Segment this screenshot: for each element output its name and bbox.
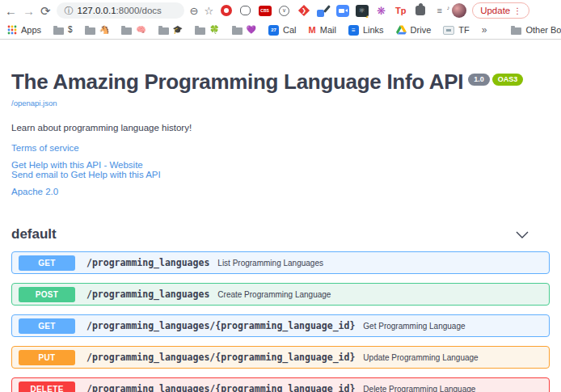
zoom-camera-extension-icon[interactable] <box>335 4 349 18</box>
apps-grid-icon <box>7 25 17 35</box>
op-summary: Delete Programming Language <box>363 385 475 392</box>
opera-extension-icon[interactable] <box>219 4 233 18</box>
chat-extension-icon[interactable] <box>238 4 252 18</box>
url-text[interactable]: 127.0.0.1:8000/docs <box>78 6 162 15</box>
bookmark-folder-green[interactable]: 🍀 <box>195 26 219 35</box>
bookmark-apps[interactable]: Apps <box>7 25 41 35</box>
method-badge: PUT <box>19 350 75 365</box>
method-badge: DELETE <box>19 381 75 392</box>
reload-icon[interactable]: ⟳ <box>40 5 51 17</box>
folder-icon <box>158 27 169 35</box>
bookmark-folder-grad[interactable]: 🎓 <box>158 26 183 35</box>
tp-extension-icon[interactable]: Tp <box>394 4 407 18</box>
op-post-programming-languages[interactable]: POST /programming_languages Create Progr… <box>11 283 550 306</box>
media-controls-icon[interactable]: ≡♪ <box>432 4 446 18</box>
method-badge: GET <box>19 255 75 271</box>
page-title: The Amazing Programming Language Info AP… <box>11 70 463 94</box>
email-help-link[interactable]: Send email to Get Help with this API <box>11 170 550 179</box>
browser-menu-icon: ⋮ <box>513 6 521 15</box>
chrome-update-button[interactable]: Update⋮ <box>472 2 529 19</box>
op-path: /programming_languages/{programming_lang… <box>86 320 355 331</box>
op-path: /programming_languages <box>86 289 209 300</box>
forward-icon[interactable]: → <box>23 5 35 17</box>
op-summary: Create Programming Language <box>217 290 331 299</box>
bookmark-folder-money[interactable]: $ <box>53 26 73 35</box>
bookmarks-bar: Apps $ 🐴 🧠 🎓 🍀 💜 27Cal MMail ≡Links Driv… <box>0 21 561 40</box>
site-info-icon[interactable]: ⓘ <box>65 5 74 17</box>
bookmark-folder-horse[interactable]: 🐴 <box>85 26 109 35</box>
bookmarks-overflow-chevron[interactable]: » <box>482 24 487 36</box>
bookmark-label: Apps <box>21 25 41 35</box>
folder-icon <box>511 27 521 35</box>
links-icon: ≡ <box>348 25 359 36</box>
marker-extension-icon[interactable] <box>316 4 330 18</box>
website-help-link[interactable]: Get Help with this API - Website <box>11 160 550 170</box>
op-summary: Get Programming Language <box>363 322 465 331</box>
license-link[interactable]: Apache 2.0 <box>11 187 550 196</box>
method-badge: GET <box>19 318 75 334</box>
bookmark-mail[interactable]: MMail <box>309 25 336 35</box>
folder-icon <box>121 27 132 35</box>
diamond-arrow-extension-icon[interactable]: ❯ <box>297 4 310 18</box>
op-put-programming-language[interactable]: PUT /programming_languages/{programming_… <box>11 346 550 369</box>
other-bookmarks[interactable]: Other Bookmarks <box>511 25 561 35</box>
flower-extension-icon[interactable]: ❋ <box>374 4 388 18</box>
info-links: Terms of service Get Help with this API … <box>11 143 550 196</box>
bookmark-star-icon[interactable]: ☆ <box>204 5 213 17</box>
openapi-json-link[interactable]: /openapi.json <box>11 99 57 107</box>
op-summary: Update Programming Language <box>363 353 478 362</box>
pocket-extension-icon[interactable]: ∨ <box>277 4 291 18</box>
folder-icon <box>53 27 64 35</box>
zoom-out-icon[interactable]: ⊖ <box>190 5 199 17</box>
method-badge: POST <box>19 287 75 302</box>
api-description: Learn about programming language history… <box>11 123 550 133</box>
op-summary: List Programming Languages <box>217 259 323 268</box>
api-title-row: The Amazing Programming Language Info AP… <box>11 70 550 95</box>
op-path: /programming_languages <box>86 257 209 268</box>
swagger-docs-page: The Amazing Programming Language Info AP… <box>0 40 561 392</box>
bookmark-folder-heart[interactable]: 💜 <box>232 26 256 35</box>
folder-icon <box>85 27 95 35</box>
calendar-icon: 27 <box>268 25 279 36</box>
science-extension-icon[interactable]: ⚛ <box>355 4 369 18</box>
bookmark-cal[interactable]: 27Cal <box>268 25 297 36</box>
terms-of-service-link[interactable]: Terms of service <box>11 143 550 153</box>
folder-icon <box>195 27 205 35</box>
section-title: default <box>11 226 57 242</box>
gmail-icon: M <box>309 25 316 35</box>
puzzle-extensions-icon[interactable] <box>413 4 427 18</box>
op-get-programming-languages[interactable]: GET /programming_languages List Programm… <box>11 251 550 274</box>
cbs-extension-icon[interactable]: CBS <box>258 4 272 18</box>
drive-icon <box>396 25 407 35</box>
oas3-badge: OAS3 <box>492 74 524 86</box>
bookmark-folder-brain[interactable]: 🧠 <box>121 26 146 35</box>
back-icon[interactable]: ← <box>5 5 17 17</box>
browser-toolbar: ← → ⟳ ⓘ 127.0.0.1:8000/docs ⊖ ☆ CBS ∨ ❯ … <box>0 0 561 21</box>
address-bar[interactable]: ⓘ 127.0.0.1:8000/docs <box>57 2 184 19</box>
op-get-programming-language-by-id[interactable]: GET /programming_languages/{programming_… <box>11 314 550 337</box>
version-badge: 1.0 <box>468 74 490 86</box>
chevron-down-icon[interactable] <box>516 231 529 238</box>
bookmark-links[interactable]: ≡Links <box>348 25 384 36</box>
op-path: /programming_languages/{programming_lang… <box>86 383 355 392</box>
op-path: /programming_languages/{programming_lang… <box>86 352 355 363</box>
tf-icon <box>443 26 454 35</box>
profile-avatar[interactable] <box>452 3 466 18</box>
bookmark-drive[interactable]: Drive <box>396 25 432 35</box>
bookmark-tf[interactable]: TF <box>443 25 469 35</box>
operations-list: GET /programming_languages List Programm… <box>11 251 550 392</box>
op-delete-programming-language[interactable]: DELETE /programming_languages/{programmi… <box>11 377 550 392</box>
folder-icon <box>232 27 243 35</box>
tag-section-default[interactable]: default <box>11 226 550 242</box>
